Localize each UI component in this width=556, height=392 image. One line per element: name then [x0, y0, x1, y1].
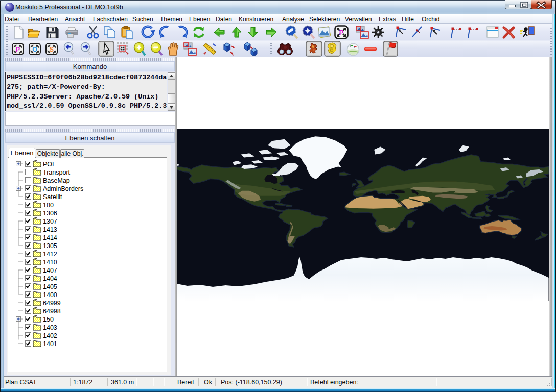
svg-text:100: 100: [43, 202, 54, 209]
svg-text:P: P: [16, 46, 20, 53]
svg-text:S: S: [50, 46, 54, 53]
svg-text:Transport: Transport: [43, 169, 71, 176]
svg-text:1413: 1413: [43, 226, 57, 233]
svg-text:1412: 1412: [43, 251, 57, 258]
svg-text:O: O: [32, 46, 37, 53]
svg-text:AdminBorders: AdminBorders: [43, 185, 83, 192]
svg-text:1402: 1402: [43, 332, 57, 339]
svg-text:1306: 1306: [43, 210, 57, 217]
svg-text:1410: 1410: [43, 259, 57, 266]
svg-text:64999: 64999: [43, 300, 61, 307]
svg-text:1414: 1414: [43, 234, 57, 241]
svg-text:1404: 1404: [43, 275, 57, 282]
svg-text:1405: 1405: [43, 283, 57, 290]
svg-text:1401: 1401: [43, 340, 57, 348]
svg-text:1407: 1407: [43, 267, 57, 274]
svg-text:1400: 1400: [43, 291, 57, 299]
svg-text:Satellit: Satellit: [43, 193, 62, 201]
svg-text:BaseMap: BaseMap: [43, 177, 70, 184]
svg-text:150: 150: [43, 316, 54, 323]
svg-text:1403: 1403: [43, 324, 57, 331]
svg-text:P: P: [339, 29, 344, 36]
svg-text:1305: 1305: [43, 242, 57, 250]
svg-text:64998: 64998: [43, 308, 61, 315]
svg-text:1307: 1307: [43, 218, 57, 225]
svg-text:POI: POI: [43, 161, 54, 168]
